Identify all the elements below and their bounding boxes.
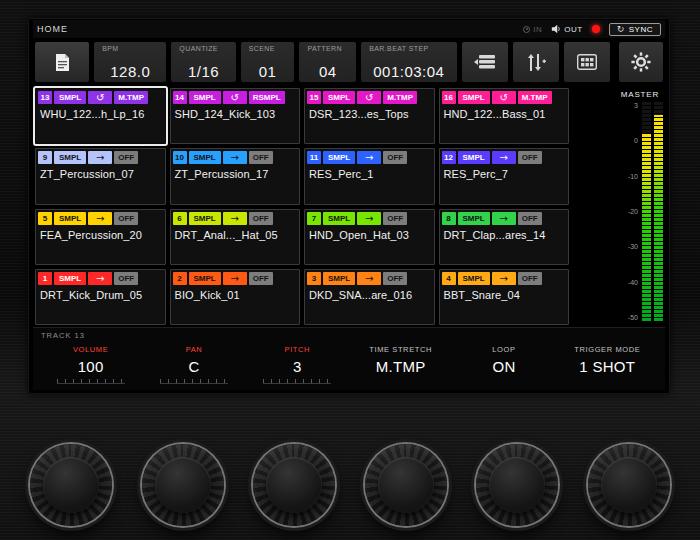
param-value: 3 <box>246 358 349 375</box>
pad-chip-row: 14 SMPL ↺ RSMPL <box>173 91 298 104</box>
param-value: 100 <box>39 358 142 375</box>
pad-name: SHD_124_Kick_103 <box>173 104 298 120</box>
pad-mode-icon: ↺ <box>223 91 247 104</box>
meter-bars <box>642 102 663 321</box>
pad-number-chip: 2 <box>173 272 187 285</box>
meter-bar-left <box>642 102 651 321</box>
pad-mixer-button[interactable] <box>564 42 610 82</box>
param-label: LOOP <box>452 345 555 354</box>
pad-tile[interactable]: 6 SMPL → OFF DRT_Anal..._Hat_05 <box>170 209 301 265</box>
pad-mode-icon: → <box>492 151 516 164</box>
knob-2[interactable] <box>142 444 224 526</box>
param-label: TIME STRETCH <box>349 345 452 354</box>
pad-mode-icon: ↺ <box>492 91 516 104</box>
pad-mode-icon: ↺ <box>88 91 112 104</box>
param-cell[interactable]: TRIGGER MODE 1 SHOT <box>556 343 659 384</box>
pad-chip-row: 7 SMPL → OFF <box>307 212 432 225</box>
pad-number-chip: 9 <box>38 151 52 164</box>
pad-status-chip: OFF <box>383 272 407 285</box>
pad-status-chip: OFF <box>518 151 542 164</box>
fader-view-button[interactable] <box>513 42 559 82</box>
bpm-field[interactable]: BPM 128.0 <box>94 42 166 82</box>
knob-5[interactable] <box>476 444 558 526</box>
param-cell[interactable]: PITCH 3 <box>246 343 349 384</box>
param-cell[interactable]: TIME STRETCH M.TMP <box>349 343 452 384</box>
param-cell[interactable]: VOLUME 100 <box>39 343 142 384</box>
pad-type-chip: SMPL <box>458 212 490 225</box>
pad-tile[interactable]: 7 SMPL → OFF HND_Open_Hat_03 <box>304 209 435 265</box>
pad-chip-row: 5 SMPL → OFF <box>38 212 163 225</box>
param-cell[interactable]: PAN C <box>142 343 245 384</box>
pad-grid: 13 SMPL ↺ M.TMP WHU_122...h_Lp_16 14 SMP… <box>35 88 569 325</box>
pad-tile[interactable]: 4 SMPL → OFF BBT_Snare_04 <box>439 269 570 325</box>
pad-chip-row: 2 SMPL → OFF <box>173 272 298 285</box>
settings-button[interactable] <box>619 42 664 82</box>
pad-status-chip: OFF <box>114 151 138 164</box>
pad-type-chip: SMPL <box>458 151 490 164</box>
pad-status-chip: M.TMP <box>518 91 552 104</box>
pad-tile[interactable]: 3 SMPL → OFF DKD_SNA...are_016 <box>304 269 435 325</box>
pad-name: WHU_122...h_Lp_16 <box>38 104 163 120</box>
quantize-field[interactable]: QUANTIZE 1/16 <box>171 42 235 82</box>
pad-tile[interactable]: 1 SMPL → OFF DRT_Kick_Drum_05 <box>35 269 166 325</box>
pad-status-chip: OFF <box>383 151 407 164</box>
pad-mode-icon: → <box>88 212 112 225</box>
pad-tile[interactable]: 8 SMPL → OFF DRT_Clap...ares_14 <box>439 209 570 265</box>
pad-mode-icon: → <box>223 212 247 225</box>
pad-number-chip: 3 <box>307 272 321 285</box>
knob-1[interactable] <box>30 444 112 526</box>
pad-tile[interactable]: 16 SMPL ↺ M.TMP HND_122...Bass_01 <box>439 88 570 144</box>
browse-button[interactable] <box>35 42 89 82</box>
step-sequence-icon <box>474 54 496 70</box>
pad-type-chip: SMPL <box>323 91 355 104</box>
meter-bar-fill <box>654 115 663 321</box>
pad-device-icon <box>577 54 597 70</box>
pad-tile[interactable]: 12 SMPL → OFF RES_Perc_7 <box>439 148 570 204</box>
pad-number-chip: 11 <box>307 151 321 164</box>
pad-name: DRT_Clap...ares_14 <box>442 225 567 241</box>
pad-tile[interactable]: 5 SMPL → OFF FEA_Percussion_20 <box>35 209 166 265</box>
knob-3[interactable] <box>253 444 335 526</box>
pad-number-chip: 10 <box>173 151 187 164</box>
pad-tile[interactable]: 10 SMPL → OFF ZT_Percussion_17 <box>170 148 301 204</box>
meter-ticks: 30-10-20-30-40-50 <box>628 102 639 321</box>
pad-type-chip: SMPL <box>54 91 86 104</box>
pad-status-chip: OFF <box>114 272 138 285</box>
pad-tile[interactable]: 15 SMPL ↺ M.TMP DSR_123...es_Tops <box>304 88 435 144</box>
pad-name: HND_122...Bass_01 <box>442 104 567 120</box>
pad-type-chip: SMPL <box>458 272 490 285</box>
knob-4[interactable] <box>365 444 447 526</box>
pad-number-chip: 1 <box>38 272 52 285</box>
pad-tile[interactable]: 11 SMPL → OFF RES_Perc_1 <box>304 148 435 204</box>
param-value: ON <box>452 358 555 375</box>
bar-beat-step-label: BAR.BEAT STEP <box>369 45 448 52</box>
gear-icon <box>631 52 651 72</box>
pad-tile[interactable]: 13 SMPL ↺ M.TMP WHU_122...h_Lp_16 <box>35 88 166 144</box>
knob-6[interactable] <box>588 444 670 526</box>
pad-mode-icon: → <box>88 272 112 285</box>
pad-number-chip: 15 <box>307 91 321 104</box>
pad-chip-row: 1 SMPL → OFF <box>38 272 163 285</box>
sync-button[interactable]: ↻ SYNC <box>609 23 661 36</box>
speaker-icon <box>551 24 561 34</box>
pad-name: HND_Open_Hat_03 <box>307 225 432 241</box>
bpm-value: 128.0 <box>102 63 158 80</box>
param-scale-ticks <box>57 379 125 384</box>
pad-tile[interactable]: 2 SMPL → OFF BIO_Kick_01 <box>170 269 301 325</box>
pad-chip-row: 4 SMPL → OFF <box>442 272 567 285</box>
pad-status-chip: OFF <box>383 212 407 225</box>
param-cell[interactable]: LOOP ON <box>452 343 555 384</box>
pad-tile[interactable]: 14 SMPL ↺ RSMPL SHD_124_Kick_103 <box>170 88 301 144</box>
pad-type-chip: SMPL <box>189 272 221 285</box>
param-value: M.TMP <box>349 358 452 375</box>
sync-arrows-icon: ↻ <box>617 25 625 34</box>
param-scale-ticks <box>263 379 331 384</box>
pad-tile[interactable]: 9 SMPL → OFF ZT_Percussion_07 <box>35 148 166 204</box>
pad-status-chip: OFF <box>114 212 138 225</box>
pad-mode-icon: → <box>492 272 516 285</box>
pad-chip-row: 3 SMPL → OFF <box>307 272 432 285</box>
sequence-view-button[interactable] <box>462 42 508 82</box>
quantize-value: 1/16 <box>179 63 227 80</box>
scene-field[interactable]: SCENE 01 <box>241 42 295 82</box>
pattern-field[interactable]: PATTERN 04 <box>299 42 356 82</box>
